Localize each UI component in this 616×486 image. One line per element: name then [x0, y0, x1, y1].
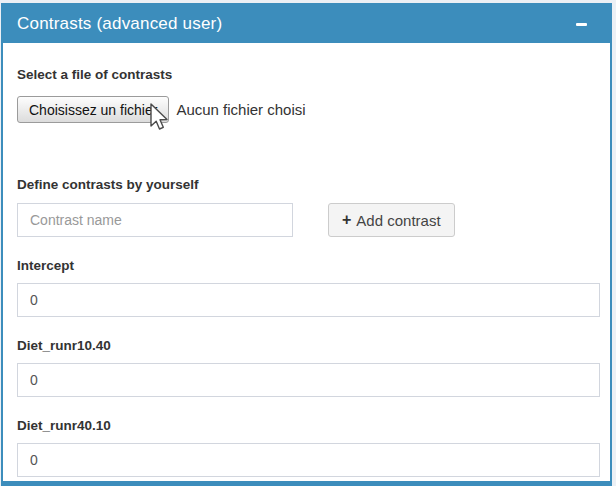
contrast-field-intercept: Intercept: [17, 258, 596, 317]
contrast-field-diet-runr40-10: Diet_runr40.10: [17, 418, 596, 477]
define-section-label: Define contrasts by yourself: [17, 177, 596, 192]
contrast-value-input-diet-runr10-40[interactable]: [17, 363, 600, 397]
page-background: Contrasts (advanced user) Select a file …: [0, 0, 616, 486]
contrast-value-input-diet-runr40-10[interactable]: [17, 443, 600, 477]
panel-header[interactable]: Contrasts (advanced user): [3, 5, 610, 43]
minus-icon: [576, 23, 587, 26]
collapse-button[interactable]: [572, 15, 590, 33]
contrast-value-input-intercept[interactable]: [17, 283, 600, 317]
contrast-field-diet-runr10-40: Diet_runr10.40: [17, 338, 596, 397]
contrast-label: Intercept: [17, 258, 596, 273]
plus-icon: +: [342, 211, 351, 229]
add-contrast-button[interactable]: + Add contrast: [328, 203, 455, 237]
file-section-label: Select a file of contrasts: [17, 67, 596, 82]
contrast-label: Diet_runr40.10: [17, 418, 596, 433]
choose-file-button[interactable]: Choisissez un fichier: [17, 96, 169, 123]
panel-body: Select a file of contrasts Choisissez un…: [3, 43, 610, 477]
next-panel-header-edge: [3, 481, 610, 486]
define-contrast-row: + Add contrast: [17, 203, 596, 237]
contrast-label: Diet_runr10.40: [17, 338, 596, 353]
contrasts-panel: Contrasts (advanced user) Select a file …: [1, 3, 612, 486]
contrast-name-input[interactable]: [17, 203, 293, 237]
file-input: Choisissez un fichier Aucun fichier choi…: [17, 96, 596, 123]
panel-title: Contrasts (advanced user): [17, 14, 222, 34]
add-contrast-label: Add contrast: [356, 212, 440, 229]
file-status-text: Aucun fichier choisi: [176, 101, 305, 118]
